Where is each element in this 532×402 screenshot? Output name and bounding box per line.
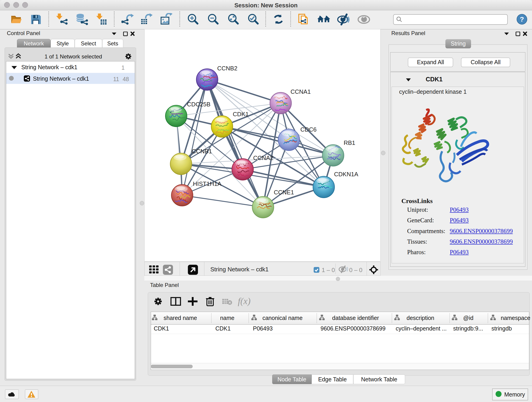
svg-text:CDK1: CDK1 bbox=[233, 111, 249, 118]
svg-text:CCNB2: CCNB2 bbox=[217, 65, 237, 72]
svg-text:CCNE1: CCNE1 bbox=[274, 189, 294, 196]
svg-text:CCNB1: CCNB1 bbox=[192, 148, 212, 155]
svg-text:?: ? bbox=[520, 15, 524, 23]
svg-text:CDC25B: CDC25B bbox=[187, 101, 210, 108]
svg-text:CDC6: CDC6 bbox=[300, 126, 317, 133]
svg-text:CDKN1A: CDKN1A bbox=[334, 171, 358, 178]
svg-text:CCNA2: CCNA2 bbox=[253, 154, 273, 161]
svg-text:HIST1H1A: HIST1H1A bbox=[193, 180, 222, 187]
svg-text:RB1: RB1 bbox=[344, 139, 355, 146]
svg-text:CCNA1: CCNA1 bbox=[291, 88, 311, 95]
